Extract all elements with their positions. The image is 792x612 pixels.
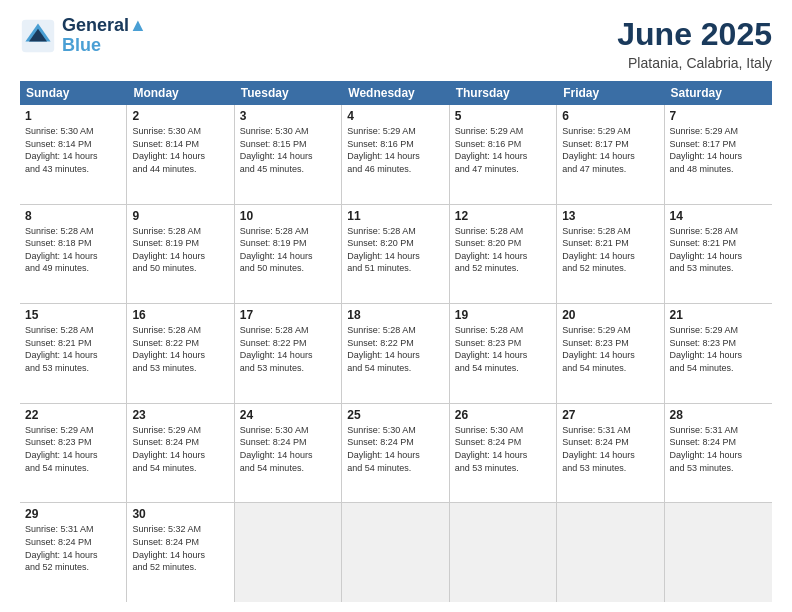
logo-blue: ▲ xyxy=(129,15,147,35)
header-wednesday: Wednesday xyxy=(342,81,449,105)
day-20: 20Sunrise: 5:29 AMSunset: 8:23 PMDayligh… xyxy=(557,304,664,403)
day-15: 15Sunrise: 5:28 AMSunset: 8:21 PMDayligh… xyxy=(20,304,127,403)
day-7: 7Sunrise: 5:29 AMSunset: 8:17 PMDaylight… xyxy=(665,105,772,204)
day-23: 23Sunrise: 5:29 AMSunset: 8:24 PMDayligh… xyxy=(127,404,234,503)
day-18: 18Sunrise: 5:28 AMSunset: 8:22 PMDayligh… xyxy=(342,304,449,403)
page: General▲ Blue June 2025 Platania, Calabr… xyxy=(0,0,792,612)
subtitle: Platania, Calabria, Italy xyxy=(617,55,772,71)
day-27: 27Sunrise: 5:31 AMSunset: 8:24 PMDayligh… xyxy=(557,404,664,503)
day-empty xyxy=(557,503,664,602)
day-1: 1Sunrise: 5:30 AMSunset: 8:14 PMDaylight… xyxy=(20,105,127,204)
day-9: 9Sunrise: 5:28 AMSunset: 8:19 PMDaylight… xyxy=(127,205,234,304)
logo: General▲ Blue xyxy=(20,16,147,56)
day-25: 25Sunrise: 5:30 AMSunset: 8:24 PMDayligh… xyxy=(342,404,449,503)
day-19: 19Sunrise: 5:28 AMSunset: 8:23 PMDayligh… xyxy=(450,304,557,403)
week-row-1: 1Sunrise: 5:30 AMSunset: 8:14 PMDaylight… xyxy=(20,105,772,205)
day-17: 17Sunrise: 5:28 AMSunset: 8:22 PMDayligh… xyxy=(235,304,342,403)
day-30: 30Sunrise: 5:32 AMSunset: 8:24 PMDayligh… xyxy=(127,503,234,602)
day-10: 10Sunrise: 5:28 AMSunset: 8:19 PMDayligh… xyxy=(235,205,342,304)
title-block: June 2025 Platania, Calabria, Italy xyxy=(617,16,772,71)
day-empty xyxy=(342,503,449,602)
day-16: 16Sunrise: 5:28 AMSunset: 8:22 PMDayligh… xyxy=(127,304,234,403)
day-8: 8Sunrise: 5:28 AMSunset: 8:18 PMDaylight… xyxy=(20,205,127,304)
logo-line2: Blue xyxy=(62,36,147,56)
day-13: 13Sunrise: 5:28 AMSunset: 8:21 PMDayligh… xyxy=(557,205,664,304)
week-row-4: 22Sunrise: 5:29 AMSunset: 8:23 PMDayligh… xyxy=(20,404,772,504)
day-4: 4Sunrise: 5:29 AMSunset: 8:16 PMDaylight… xyxy=(342,105,449,204)
day-11: 11Sunrise: 5:28 AMSunset: 8:20 PMDayligh… xyxy=(342,205,449,304)
header-monday: Monday xyxy=(127,81,234,105)
day-6: 6Sunrise: 5:29 AMSunset: 8:17 PMDaylight… xyxy=(557,105,664,204)
week-row-5: 29Sunrise: 5:31 AMSunset: 8:24 PMDayligh… xyxy=(20,503,772,602)
main-title: June 2025 xyxy=(617,16,772,53)
calendar-body: 1Sunrise: 5:30 AMSunset: 8:14 PMDaylight… xyxy=(20,105,772,602)
day-empty xyxy=(665,503,772,602)
week-row-2: 8Sunrise: 5:28 AMSunset: 8:18 PMDaylight… xyxy=(20,205,772,305)
calendar: Sunday Monday Tuesday Wednesday Thursday… xyxy=(20,81,772,602)
day-22: 22Sunrise: 5:29 AMSunset: 8:23 PMDayligh… xyxy=(20,404,127,503)
header-tuesday: Tuesday xyxy=(235,81,342,105)
logo-text: General▲ Blue xyxy=(62,16,147,56)
day-empty xyxy=(450,503,557,602)
day-21: 21Sunrise: 5:29 AMSunset: 8:23 PMDayligh… xyxy=(665,304,772,403)
day-empty xyxy=(235,503,342,602)
day-5: 5Sunrise: 5:29 AMSunset: 8:16 PMDaylight… xyxy=(450,105,557,204)
day-26: 26Sunrise: 5:30 AMSunset: 8:24 PMDayligh… xyxy=(450,404,557,503)
day-3: 3Sunrise: 5:30 AMSunset: 8:15 PMDaylight… xyxy=(235,105,342,204)
header-saturday: Saturday xyxy=(665,81,772,105)
logo-line1: General▲ xyxy=(62,16,147,36)
day-2: 2Sunrise: 5:30 AMSunset: 8:14 PMDaylight… xyxy=(127,105,234,204)
logo-icon xyxy=(20,18,56,54)
header-sunday: Sunday xyxy=(20,81,127,105)
calendar-header: Sunday Monday Tuesday Wednesday Thursday… xyxy=(20,81,772,105)
header-thursday: Thursday xyxy=(450,81,557,105)
day-28: 28Sunrise: 5:31 AMSunset: 8:24 PMDayligh… xyxy=(665,404,772,503)
week-row-3: 15Sunrise: 5:28 AMSunset: 8:21 PMDayligh… xyxy=(20,304,772,404)
day-29: 29Sunrise: 5:31 AMSunset: 8:24 PMDayligh… xyxy=(20,503,127,602)
header: General▲ Blue June 2025 Platania, Calabr… xyxy=(20,16,772,71)
day-24: 24Sunrise: 5:30 AMSunset: 8:24 PMDayligh… xyxy=(235,404,342,503)
day-12: 12Sunrise: 5:28 AMSunset: 8:20 PMDayligh… xyxy=(450,205,557,304)
day-14: 14Sunrise: 5:28 AMSunset: 8:21 PMDayligh… xyxy=(665,205,772,304)
header-friday: Friday xyxy=(557,81,664,105)
